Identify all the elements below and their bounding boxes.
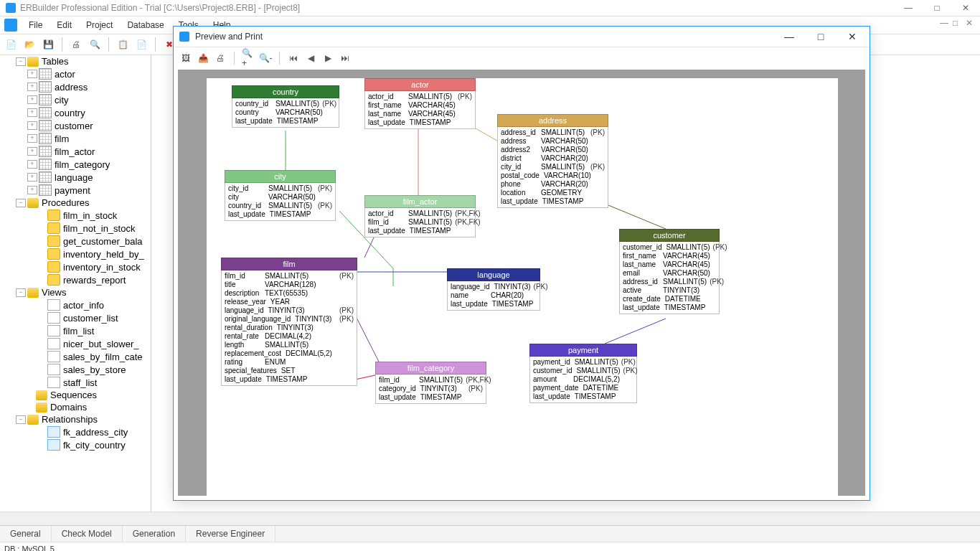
expand-icon[interactable]: +: [27, 134, 37, 143]
expand-icon[interactable]: −: [16, 415, 26, 424]
first-page-icon[interactable]: ⏮: [287, 52, 300, 65]
open-icon[interactable]: 📂: [22, 37, 37, 52]
tree-table-film[interactable]: +film: [0, 132, 151, 145]
entity-film[interactable]: filmfilm_idSMALLINT(5)(PK)titleVARCHAR(1…: [221, 258, 357, 386]
sidebar-tree[interactable]: −Tables+actor+address+city+country+custo…: [0, 55, 151, 512]
tree-table-film_actor[interactable]: +film_actor: [0, 145, 151, 158]
menu-project[interactable]: Project: [79, 20, 120, 30]
entity-actor[interactable]: actoractor_idSMALLINT(5)(PK)first_nameVA…: [364, 78, 476, 129]
tree-view-customer_list[interactable]: customer_list: [0, 311, 151, 324]
expand-icon[interactable]: −: [16, 199, 26, 207]
tree-relationships[interactable]: −Relationships: [0, 413, 151, 425]
entity-payment[interactable]: paymentpayment_idSMALLINT(5)(PK)customer…: [529, 344, 637, 403]
menu-database[interactable]: Database: [120, 20, 171, 30]
entity-customer[interactable]: customercustomer_idSMALLINT(5)(PK)first_…: [619, 229, 720, 314]
column-row: first_nameVARCHAR(45): [365, 101, 475, 110]
preview-canvas[interactable]: countrycountry_idSMALLINT(5)(PK)countryV…: [178, 70, 865, 496]
tab-reverse-engineer[interactable]: Reverse Engineer: [186, 526, 275, 542]
tree-view-sales_by_film_cate[interactable]: sales_by_film_cate: [0, 350, 151, 363]
tree-proc-rewards_report[interactable]: rewards_report: [0, 273, 151, 286]
expand-icon[interactable]: −: [16, 288, 26, 297]
mdi-close-button[interactable]: ✕: [966, 18, 977, 29]
tree-table-payment[interactable]: +payment: [0, 184, 151, 197]
app-title: ERBuilder Professional Edition - Trial […: [20, 3, 300, 13]
column-row: language_idTINYINT(3)(PK): [222, 306, 357, 315]
tree-proc-get_customer_bala[interactable]: get_customer_bala: [0, 235, 151, 248]
tree-table-film_category[interactable]: +film_category: [0, 158, 151, 171]
zoom-in-icon[interactable]: 🔍+: [242, 52, 255, 65]
tree-sequences[interactable]: Sequences: [0, 389, 151, 401]
tree-proc-inventory_in_stock[interactable]: inventory_in_stock: [0, 260, 151, 273]
tree-view-actor_info[interactable]: actor_info: [0, 298, 151, 311]
tab-general[interactable]: General: [0, 526, 52, 542]
new-icon[interactable]: 📄: [3, 37, 19, 52]
tree-rel-fk_city_country[interactable]: fk_city_country: [0, 438, 151, 451]
proc-icon: [47, 261, 60, 273]
entity-address[interactable]: addressaddress_idSMALLINT(5)(PK)addressV…: [497, 114, 608, 208]
save-icon[interactable]: 💾: [40, 37, 56, 52]
tree-views[interactable]: −Views: [0, 286, 151, 298]
preview-minimize-button[interactable]: —: [778, 31, 801, 42]
tree-view-staff_list[interactable]: staff_list: [0, 376, 151, 389]
tree-proc-inventory_held_by_[interactable]: inventory_held_by_: [0, 248, 151, 260]
preview-close-button[interactable]: ✕: [841, 31, 864, 42]
preview-icon[interactable]: 🔍: [87, 37, 103, 52]
tree-table-address[interactable]: +address: [0, 80, 151, 93]
tree-view-film_list[interactable]: film_list: [0, 324, 151, 337]
expand-icon[interactable]: +: [27, 108, 37, 117]
entity-film_category[interactable]: film_categoryfilm_idSMALLINT(5)(PK,FK)ca…: [375, 362, 486, 404]
entity-country[interactable]: countrycountry_idSMALLINT(5)(PK)countryV…: [232, 85, 339, 128]
tree-proc-film_not_in_stock[interactable]: film_not_in_stock: [0, 222, 151, 235]
tree-rel-fk_address_city[interactable]: fk_address_city: [0, 425, 151, 438]
print-icon[interactable]: 🖨: [68, 37, 84, 52]
tab-generation[interactable]: Generation: [123, 526, 186, 542]
tree-tables[interactable]: −Tables: [0, 55, 151, 67]
zoom-out-icon[interactable]: 🔍-: [259, 52, 272, 65]
tree-procedures[interactable]: −Procedures: [0, 197, 151, 209]
expand-icon[interactable]: +: [27, 160, 37, 169]
tree-table-country[interactable]: +country: [0, 106, 151, 119]
mdi-minimize-button[interactable]: —: [940, 18, 951, 29]
mdi-maximize-button[interactable]: □: [953, 18, 964, 29]
horizontal-scrollbar[interactable]: [0, 512, 980, 525]
tree-table-city[interactable]: +city: [0, 93, 151, 106]
image-icon[interactable]: 🖼: [179, 52, 192, 65]
minimize-button[interactable]: —: [894, 0, 923, 16]
entity-language[interactable]: languagelanguage_idTINYINT(3)(PK)nameCHA…: [447, 268, 540, 311]
tree-view-sales_by_store[interactable]: sales_by_store: [0, 363, 151, 376]
expand-icon[interactable]: +: [27, 173, 37, 182]
column-row: film_idSMALLINT(5)(PK): [222, 272, 357, 281]
expand-icon[interactable]: −: [16, 57, 26, 66]
paste-icon[interactable]: 📄: [133, 37, 149, 52]
entity-film_actor[interactable]: film_actoractor_idSMALLINT(5)(PK,FK)film…: [364, 195, 476, 237]
tab-check-model[interactable]: Check Model: [52, 526, 123, 542]
tree-domains[interactable]: Domains: [0, 401, 151, 413]
maximize-button[interactable]: □: [923, 0, 951, 16]
expand-icon[interactable]: +: [27, 147, 37, 156]
expand-icon[interactable]: +: [27, 70, 37, 78]
tree-view-nicer_but_slower_[interactable]: nicer_but_slower_: [0, 337, 151, 350]
copy-icon[interactable]: 📋: [115, 37, 131, 52]
close-button[interactable]: ✕: [951, 0, 980, 16]
next-page-icon[interactable]: ▶: [321, 52, 334, 65]
expand-icon[interactable]: +: [27, 83, 37, 91]
print-icon[interactable]: 🖨: [214, 52, 227, 65]
column-row: last_updateTIMESTAMP: [620, 303, 719, 312]
preview-toolbar: 🖼 📤 🖨 🔍+ 🔍- ⏮ ◀ ▶ ⏭: [174, 47, 870, 69]
expand-icon[interactable]: +: [27, 186, 37, 194]
entity-city[interactable]: citycity_idSMALLINT(5)(PK)cityVARCHAR(50…: [225, 170, 336, 221]
table-icon: [39, 146, 52, 157]
tree-table-language[interactable]: +language: [0, 171, 151, 184]
menu-edit[interactable]: Edit: [50, 20, 79, 30]
export-icon[interactable]: 📤: [197, 52, 209, 65]
menu-file[interactable]: File: [22, 20, 50, 30]
tree-proc-film_in_stock[interactable]: film_in_stock: [0, 209, 151, 222]
tree-table-actor[interactable]: +actor: [0, 67, 151, 80]
tree-table-customer[interactable]: +customer: [0, 119, 151, 132]
expand-icon[interactable]: +: [27, 121, 37, 130]
expand-icon[interactable]: +: [27, 95, 37, 104]
last-page-icon[interactable]: ⏭: [339, 52, 352, 65]
preview-maximize-button[interactable]: □: [809, 31, 832, 42]
prev-page-icon[interactable]: ◀: [304, 52, 317, 65]
folder-icon: [27, 288, 39, 298]
